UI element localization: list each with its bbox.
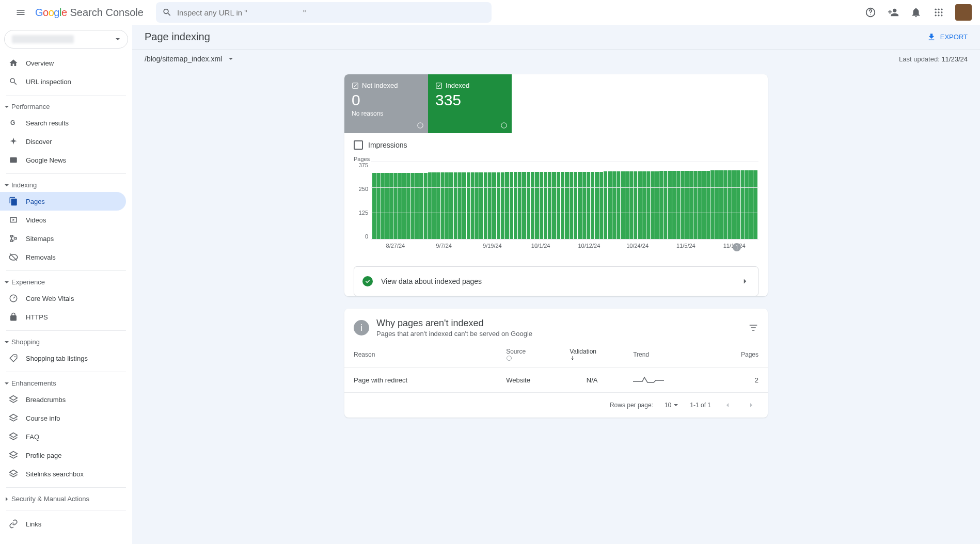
sidebar-item-url-inspection[interactable]: URL inspection <box>0 72 126 91</box>
impressions-checkbox[interactable] <box>354 140 363 150</box>
chevron-down-icon <box>4 280 9 285</box>
reasons-title: Why pages aren't indexed <box>376 318 532 329</box>
arrow-down-icon <box>570 355 576 361</box>
hamburger-icon <box>15 7 26 18</box>
bell-icon <box>910 7 922 18</box>
svg-point-9 <box>938 14 939 16</box>
chevron-down-icon <box>4 183 9 188</box>
apps-grid-icon <box>934 7 944 18</box>
reasons-subtitle: Pages that aren't indexed can't be serve… <box>376 330 532 338</box>
sidebar-item-https[interactable]: HTTPS <box>0 308 126 326</box>
help-icon <box>417 122 424 129</box>
info-icon: i <box>354 320 369 335</box>
checkbox-icon <box>352 82 359 89</box>
chevron-right-icon <box>4 497 9 502</box>
filter-button[interactable] <box>748 323 758 333</box>
search-icon <box>9 77 18 86</box>
export-button[interactable]: EXPORT <box>927 33 968 42</box>
sidebar-item-overview[interactable]: Overview <box>0 54 126 72</box>
sidebar-section-enhancements[interactable]: Enhancements <box>0 376 132 390</box>
sidebar-item-google-news[interactable]: Google News <box>0 151 126 169</box>
sidebar-item-shopping-listings[interactable]: Shopping tab listings <box>0 349 126 367</box>
sidebar-item-profile-page[interactable]: Profile page <box>0 446 126 465</box>
check-icon <box>365 278 371 284</box>
sidebar-section-security[interactable]: Security & Manual Actions <box>0 492 132 506</box>
indexing-summary-card: Not indexed 0 No reasons Indexed 335 Imp… <box>344 74 768 296</box>
reason-row[interactable]: Page with redirect Website N/A 2 <box>344 368 768 393</box>
sidebar-item-search-results[interactable]: GSearch results <box>0 114 126 132</box>
users-button[interactable] <box>883 2 904 23</box>
sidebar-item-core-web-vitals[interactable]: Core Web Vitals <box>0 289 126 308</box>
pager-prev[interactable] <box>720 398 735 412</box>
svg-point-1 <box>870 14 871 14</box>
chevron-down-icon <box>4 104 9 109</box>
help-icon <box>865 7 876 18</box>
add-user-icon <box>888 7 899 18</box>
lock-icon <box>9 312 18 322</box>
svg-rect-12 <box>10 157 17 163</box>
url-inspect-input[interactable] <box>177 8 485 17</box>
reasons-table: Reason Source Validation Trend Pages Pag… <box>344 342 768 393</box>
impressions-label: Impressions <box>368 141 407 149</box>
help-button[interactable] <box>860 2 881 23</box>
sidebar-item-sitemaps[interactable]: Sitemaps <box>0 229 126 248</box>
sidebar-item-faq[interactable]: FAQ <box>0 427 126 446</box>
svg-point-7 <box>941 11 942 13</box>
reasons-card: i Why pages aren't indexed Pages that ar… <box>344 309 768 418</box>
sidebar-label: URL inspection <box>26 78 71 86</box>
g-icon: G <box>9 118 18 127</box>
tile-not-indexed[interactable]: Not indexed 0 No reasons <box>344 74 428 133</box>
notifications-button[interactable] <box>906 2 926 23</box>
discover-icon <box>9 137 18 146</box>
tile-help[interactable] <box>500 122 508 129</box>
sidebar-section-shopping[interactable]: Shopping <box>0 335 132 349</box>
view-indexed-data-button[interactable]: View data about indexed pages <box>354 266 758 296</box>
svg-point-15 <box>14 356 15 357</box>
sitemap-filter[interactable]: /blog/sitemap_index.xml <box>145 55 233 63</box>
pager-next[interactable] <box>744 398 758 412</box>
sidebar-item-course-info[interactable]: Course info <box>0 409 126 427</box>
sidebar-item-breadcrumbs[interactable]: Breadcrumbs <box>0 390 126 409</box>
last-updated: Last updated: 11/23/24 <box>899 55 968 63</box>
checkbox-icon <box>435 82 442 89</box>
chart-y-axis: 3752501250 <box>354 162 371 239</box>
layers-icon <box>9 469 18 478</box>
sidebar-item-videos[interactable]: Videos <box>0 211 126 229</box>
videos-icon <box>9 215 18 225</box>
sidebar-item-removals[interactable]: Removals <box>0 248 126 266</box>
layers-icon <box>9 395 18 404</box>
menu-button[interactable] <box>8 0 33 25</box>
property-selector[interactable] <box>4 30 128 49</box>
sort-validation[interactable]: Validation <box>560 342 624 368</box>
removals-icon <box>9 252 18 262</box>
product-name: Search Console <box>70 7 144 19</box>
product-logo[interactable]: Google Search Console <box>35 7 144 19</box>
sidebar-item-pages[interactable]: Pages <box>0 192 126 211</box>
google-logo: Google <box>35 7 67 19</box>
sidebar-section-experience[interactable]: Experience <box>0 275 132 289</box>
apps-button[interactable] <box>928 2 949 23</box>
sidebar: Overview URL inspection Performance GSea… <box>0 25 132 544</box>
sidebar-section-indexing[interactable]: Indexing <box>0 178 132 192</box>
sidebar-item-sitelinks-searchbox[interactable]: Sitelinks searchbox <box>0 465 126 483</box>
url-inspect-search[interactable] <box>156 2 492 23</box>
sidebar-item-discover[interactable]: Discover <box>0 132 126 151</box>
tile-help[interactable] <box>417 122 424 129</box>
chart-plot[interactable]: 1 <box>371 162 758 239</box>
tile-indexed[interactable]: Indexed 335 <box>428 74 512 133</box>
svg-point-17 <box>418 123 423 129</box>
svg-point-5 <box>935 11 937 13</box>
svg-point-2 <box>935 9 937 10</box>
sidebar-item-links[interactable]: Links <box>0 515 126 533</box>
sidebar-section-performance[interactable]: Performance <box>0 100 132 114</box>
account-avatar[interactable] <box>955 4 972 21</box>
svg-point-3 <box>938 9 939 10</box>
rows-per-page-select[interactable]: 10 <box>662 399 681 411</box>
chevron-down-icon <box>4 381 9 386</box>
property-name-redacted <box>12 35 74 43</box>
chevron-right-icon <box>747 401 755 409</box>
help-icon <box>500 122 508 129</box>
layers-icon <box>9 451 18 460</box>
pages-chart: Pages 3752501250 1 8/27/249/7/249/19/241… <box>344 153 768 258</box>
help-icon[interactable] <box>506 355 512 361</box>
